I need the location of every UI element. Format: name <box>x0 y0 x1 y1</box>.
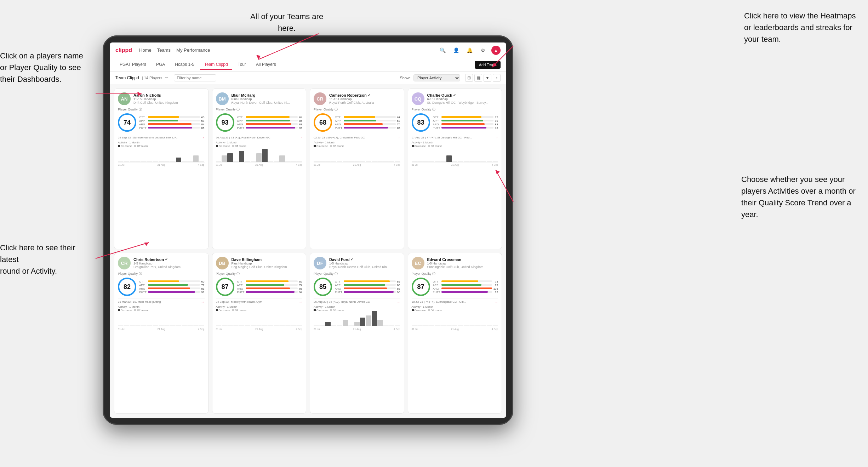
bar-empty-0-3 <box>135 161 141 162</box>
stat-label-app-5: APP <box>237 284 245 287</box>
recent-round-7[interactable]: 18 Jul 23 | 74 (+4), Sunningdale GC - Ol… <box>412 298 498 304</box>
player-card-7[interactable]: EC Edward Crossman 1-5 Handicap Sunningd… <box>408 253 502 414</box>
chart-date-3-0: 31 Jul <box>412 164 418 166</box>
tab-hcaps[interactable]: Hcaps 1-5 <box>171 60 199 70</box>
player-card-1[interactable]: BM Blair McHarg Plus Handicap Royal Nort… <box>212 89 307 249</box>
recent-round-3[interactable]: 07 Aug 23 | 77 (+7), St George's Hill GC… <box>412 134 498 139</box>
recent-round-arrow-7: → <box>495 300 498 304</box>
stat-bar-app-2 <box>344 120 396 121</box>
bar-empty-2-12 <box>383 161 388 162</box>
player-name-3[interactable]: Charlie Quick ✔ <box>427 93 498 97</box>
avatar-icon[interactable]: ▲ <box>491 46 501 55</box>
player-name-1[interactable]: Blair McHarg <box>232 93 303 97</box>
tab-pga[interactable]: PGA <box>152 60 169 70</box>
player-card-5[interactable]: DB Dave Billingham Plus Handicap Sog Mag… <box>212 253 307 414</box>
add-team-button[interactable]: Add Team <box>475 61 501 69</box>
show-select[interactable]: Player Activity Quality Score Trend <box>413 74 460 81</box>
stat-bar-ott-0 <box>148 116 200 118</box>
recent-round-0[interactable]: 02 Sep 23 | Sunrise round to get back in… <box>118 134 205 139</box>
quality-label-7: Player Quality ⓘ <box>412 272 498 276</box>
chart-date-1-2: 4 Sep <box>296 164 302 166</box>
bar-empty-4-14 <box>199 325 204 326</box>
player-club-7: Sunningdale Golf Club, United Kingdom <box>427 265 498 269</box>
quality-circle-4[interactable]: 82 <box>118 278 136 296</box>
player-name-5[interactable]: Dave Billingham <box>232 257 303 262</box>
nav-links: Home Teams My Performance <box>139 47 430 53</box>
bar-empty-5-1 <box>222 325 227 326</box>
stat-bar-app-1 <box>246 120 298 121</box>
nav-link-home[interactable]: Home <box>139 47 152 53</box>
bar-empty-0-9 <box>170 161 175 162</box>
player-avatar-2: CR <box>314 92 326 105</box>
stat-bar-putt-3 <box>441 127 493 129</box>
bar-empty-0-2 <box>130 161 135 162</box>
recent-round-5[interactable]: 04 Sep 23 | Mobility with coach, Gym → <box>216 298 303 304</box>
player-name-4[interactable]: Chris Robertson ✔ <box>133 257 205 262</box>
player-name-2[interactable]: Cameron Robertson ✔ <box>329 93 400 97</box>
recent-round-text-3: 07 Aug 23 | 77 (+7), St George's Hill GC… <box>412 136 472 139</box>
bar-empty-0-5 <box>147 161 152 162</box>
quality-circle-0[interactable]: 74 <box>118 113 136 132</box>
player-club-5: Sog Maging Golf Club, United Kingdom <box>232 265 303 269</box>
bar-empty-0-0 <box>118 161 123 162</box>
search-icon[interactable]: 🔍 <box>438 45 447 55</box>
activity-legend-6: On course Off course <box>314 309 400 312</box>
player-name-6[interactable]: David Ford ✔ <box>329 257 400 262</box>
quality-circle-7[interactable]: 87 <box>412 278 430 296</box>
tab-tour[interactable]: Tour <box>234 60 250 70</box>
settings-icon[interactable]: ⚙ <box>478 45 488 55</box>
grid-view-icon[interactable]: ⊞ <box>465 74 473 82</box>
tab-team-clippd[interactable]: Team Clippd <box>200 60 232 70</box>
player-card-4[interactable]: CR Chris Robertson ✔ 1-5 Handicap Craigm… <box>114 253 209 414</box>
quality-circle-2[interactable]: 68 <box>314 113 332 132</box>
quality-circle-5[interactable]: 87 <box>216 278 234 296</box>
stat-value-putt-6: 96 <box>397 291 400 294</box>
chart-date-2-2: 4 Sep <box>394 164 400 166</box>
quality-circle-3[interactable]: 83 <box>412 113 430 132</box>
bell-icon[interactable]: 🔔 <box>464 45 474 55</box>
bar-empty-4-8 <box>164 325 170 326</box>
player-card-0[interactable]: AN Aaron Nicholls 11-15 Handicap Drift G… <box>114 89 209 249</box>
tab-all-players[interactable]: All Players <box>252 60 280 70</box>
player-card-3[interactable]: CQ Charlie Quick ✔ 6-10 Handicap St. Geo… <box>408 89 502 249</box>
nav-bar: clippd Home Teams My Performance 🔍 👤 🔔 ⚙… <box>110 42 506 58</box>
bar-empty-6-12 <box>383 325 388 326</box>
recent-round-1[interactable]: 26 Aug 23 | 73 (+1), Royal North Devon G… <box>216 134 303 139</box>
quality-circle-1[interactable]: 93 <box>216 113 234 132</box>
bar-6-8 <box>360 318 365 326</box>
recent-round-text-6: 26 Aug 23 | 84 (+12), Royal North Devon … <box>314 300 370 303</box>
quality-section-5: 87 OTT 82 APP 74 ARG 85 PUTT 94 <box>216 278 303 296</box>
profile-icon[interactable]: 👤 <box>451 45 461 55</box>
player-card-6[interactable]: DF David Ford ✔ 1-5 Handicap Royal North… <box>310 253 404 414</box>
filter-input[interactable] <box>174 74 216 81</box>
activity-legend-1: On course Off course <box>216 145 303 147</box>
recent-round-6[interactable]: 26 Aug 23 | 84 (+12), Royal North Devon … <box>314 298 400 304</box>
player-name-7[interactable]: Edward Crossman <box>427 257 498 262</box>
edit-icon[interactable]: ✏ <box>165 76 168 80</box>
stat-value-ott-4: 60 <box>201 280 205 283</box>
quality-label-2: Player Quality ⓘ <box>314 107 400 112</box>
bar-empty-2-0 <box>314 161 319 162</box>
stat-value-arg-0: 84 <box>201 123 205 126</box>
quality-circle-6[interactable]: 85 <box>314 278 332 296</box>
nav-link-myperformance[interactable]: My Performance <box>176 47 210 53</box>
tab-pgat[interactable]: PGAT Players <box>115 60 150 70</box>
player-avatar-1: BM <box>216 92 229 105</box>
activity-label-5: Activity · 1 Month <box>216 305 303 308</box>
filter-icon[interactable]: ▼ <box>484 74 491 82</box>
player-name-0[interactable]: Aaron Nicholls <box>133 93 205 97</box>
nav-link-teams[interactable]: Teams <box>157 47 171 53</box>
stat-value-putt-4: 91 <box>201 291 205 294</box>
player-info-6: David Ford ✔ 1-5 Handicap Royal North De… <box>329 257 400 269</box>
recent-round-2[interactable]: 02 Jul 23 | 59 (+17), Craigmillar Park G… <box>314 134 400 139</box>
stat-value-app-7: 79 <box>493 284 498 287</box>
stat-label-arg-6: ARG <box>335 287 342 290</box>
player-card-2[interactable]: CR Cameron Robertson ✔ 11-15 Handicap Ro… <box>310 89 404 249</box>
quality-label-6: Player Quality ⓘ <box>314 272 400 276</box>
list-view-icon[interactable]: ▦ <box>474 74 482 82</box>
stat-label-arg-0: ARG <box>139 123 147 126</box>
sort-icon[interactable]: ↕ <box>493 74 501 82</box>
stat-bar-ott-2 <box>344 116 396 118</box>
recent-round-4[interactable]: 03 Mar 23 | 19, Must make putting → <box>118 298 205 304</box>
legend-off-dot-1: Off course <box>232 145 246 147</box>
